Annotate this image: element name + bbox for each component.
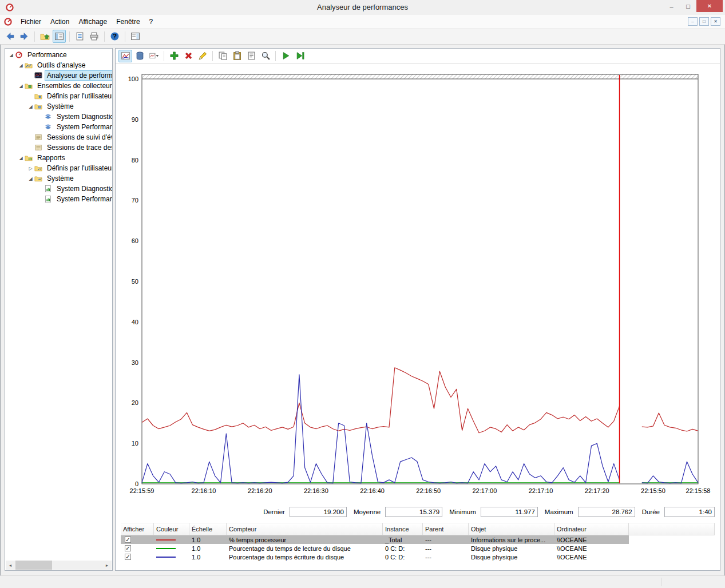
tree-item-outils-d-analyse[interactable]: ◢Outils d'analyse (5, 60, 112, 70)
tree-item-rapports[interactable]: ◢Rapports (5, 153, 112, 163)
legend-column-compteur[interactable]: Compteur (227, 523, 383, 535)
tree-item-syst-me[interactable]: ◢Système (5, 173, 112, 184)
performance-chart-svg[interactable]: 100908070605040302010022:15:5922:16:1022… (116, 63, 720, 494)
tree-item-sessions-de-trace-des-v-nements[interactable]: Sessions de trace des événements (5, 142, 112, 153)
tree-item-d-finis-par-l-utilisateur[interactable]: Définis par l'utilisateur (5, 91, 112, 101)
close-button[interactable]: ✕ (696, 0, 723, 12)
expand-arrow-icon[interactable]: ▷ (27, 166, 34, 171)
mmc-minimize-button[interactable]: – (688, 17, 698, 26)
tree-item-analyseur-de-performances[interactable]: Analyseur de performances (5, 70, 112, 81)
tree-item-label: System Performance (55, 194, 112, 204)
counter-color-swatch (156, 539, 176, 541)
update-data-icon[interactable] (293, 50, 307, 62)
analysis-tools-icon (25, 61, 34, 69)
legend-column-instance[interactable]: Instance (383, 523, 423, 535)
delete-counter-icon[interactable] (181, 50, 195, 62)
legend-cell-scale: 1.0 (189, 535, 227, 544)
add-counter-icon[interactable] (167, 50, 181, 62)
collapse-arrow-icon[interactable]: ◢ (27, 104, 34, 109)
legend-column-ordinateur[interactable]: Ordinateur (554, 523, 629, 535)
legend-cell-object: Disque physique (469, 553, 554, 561)
show-counter-cell: ✓ (121, 535, 154, 544)
minimize-button[interactable]: – (663, 0, 680, 12)
collapse-arrow-icon[interactable]: ◢ (27, 176, 34, 181)
forward-arrow-icon[interactable] (18, 30, 31, 43)
scrollbar-thumb[interactable] (15, 561, 52, 570)
tree-item-system-performance[interactable]: System Performance (5, 194, 112, 204)
zoom-icon[interactable] (259, 50, 272, 62)
user-defined-folder-icon (34, 92, 43, 100)
legend-column-afficher[interactable]: Afficher (121, 523, 154, 535)
tree-horizontal-scrollbar[interactable]: ◄ ► (6, 561, 112, 570)
legend-cell-scale: 1.0 (189, 553, 227, 561)
menubar-items: FichierActionAffichageFenêtre? (16, 18, 157, 26)
up-level-icon[interactable] (38, 30, 51, 43)
legend-column-couleur[interactable]: Couleur (154, 523, 189, 535)
resume-display-icon[interactable] (279, 50, 292, 62)
main-toolbar: ? (0, 29, 725, 45)
tree-item-performance[interactable]: ◢Performance (5, 50, 112, 60)
legend-column-objet[interactable]: Objet (469, 523, 554, 535)
legend-row-pourcentage-du-temps-de-lecture-du-disque[interactable]: ✓1.0Pourcentage du temps de lecture du d… (121, 544, 629, 553)
show-counter-checkbox[interactable]: ✓ (125, 554, 131, 560)
statusbar-separator (661, 578, 662, 586)
current-activity-icon[interactable] (118, 50, 132, 62)
collapse-arrow-icon[interactable]: ◢ (17, 156, 25, 161)
paste-counter-list-icon[interactable] (230, 50, 244, 62)
export-list-icon[interactable] (73, 30, 86, 43)
mmc-close-button[interactable]: ✕ (711, 17, 720, 26)
scroll-left-arrow-icon[interactable]: ◄ (6, 561, 15, 570)
mmc-restore-button[interactable]: □ (699, 17, 709, 26)
help-icon[interactable]: ? (108, 30, 121, 43)
plot-border (142, 74, 698, 484)
tree-item-label: System Performance (55, 122, 112, 132)
tree-item-syst-me[interactable]: ◢Système (5, 101, 112, 112)
legend-cell-instance: 0 C: D: (383, 544, 423, 553)
menu-item-affichage[interactable]: Affichage (74, 16, 112, 27)
event-trace-icon (34, 133, 43, 141)
legend-row-pourcentage-du-temps-criture-du-disque[interactable]: ✓1.0Pourcentage du temps écriture du dis… (121, 553, 629, 561)
back-arrow-icon[interactable] (3, 30, 17, 43)
tree-item-system-diagnostics[interactable]: System Diagnostics (5, 184, 112, 194)
show-counter-cell: ✓ (121, 553, 154, 561)
tree-item-system-performance[interactable]: System Performance (5, 122, 112, 132)
tree-item-system-diagnostics[interactable]: System Diagnostics (5, 112, 112, 122)
color-cell (154, 544, 189, 553)
mmc-window-controls: –□✕ (688, 17, 720, 26)
tree-item-label: Rapports (35, 153, 67, 162)
collapse-arrow-icon[interactable]: ◢ (17, 84, 25, 89)
y-axis-label: 60 (132, 237, 138, 244)
maximize-button[interactable]: □ (680, 0, 696, 12)
action-pane-icon[interactable] (129, 30, 142, 43)
collapse-arrow-icon[interactable]: ◢ (7, 53, 15, 58)
show-counter-checkbox[interactable]: ✓ (125, 537, 131, 543)
chart-toolbar-icons (118, 50, 307, 62)
tree-item-sessions-de-suivi-d-v-nement[interactable]: Sessions de suivi d'événement (5, 132, 112, 142)
collapse-arrow-icon[interactable]: ◢ (17, 63, 25, 68)
scroll-right-arrow-icon[interactable]: ► (102, 561, 112, 570)
menu-item-action[interactable]: Action (46, 16, 74, 27)
legend-row-temps-processeur[interactable]: ✓1.0% temps processeur_Total---Informati… (121, 535, 629, 544)
chart-type-icon[interactable] (147, 50, 161, 62)
tree-item-ensembles-de-collecteurs-de-donn-es[interactable]: ◢Ensembles de collecteurs de données (5, 81, 112, 91)
menu-item-fichier[interactable]: Fichier (16, 16, 46, 27)
menu-item-[interactable]: ? (145, 16, 158, 27)
y-axis-label: 100 (128, 76, 138, 82)
data-set-icon (44, 123, 53, 131)
tree-item-d-finis-par-l-utilisateur[interactable]: ▷Définis par l'utilisateur (5, 163, 112, 173)
properties-icon[interactable] (244, 50, 258, 62)
console-tree-icon[interactable] (53, 30, 66, 43)
log-data-icon[interactable] (133, 50, 146, 62)
stat-label-maximum: Maximum (545, 508, 573, 515)
print-icon[interactable] (88, 30, 101, 43)
report-folder-icon (34, 164, 43, 172)
y-axis-label: 30 (132, 359, 138, 366)
performance-logo-icon (15, 51, 24, 59)
legend-cell-computer: \\OCEANE (554, 544, 629, 553)
copy-properties-icon[interactable] (216, 50, 229, 62)
legend-column-chelle[interactable]: Échelle (189, 523, 227, 535)
menu-item-fen-tre[interactable]: Fenêtre (112, 16, 144, 27)
show-counter-checkbox[interactable]: ✓ (125, 545, 131, 551)
highlight-icon[interactable] (196, 50, 209, 62)
legend-column-parent[interactable]: Parent (423, 523, 469, 535)
